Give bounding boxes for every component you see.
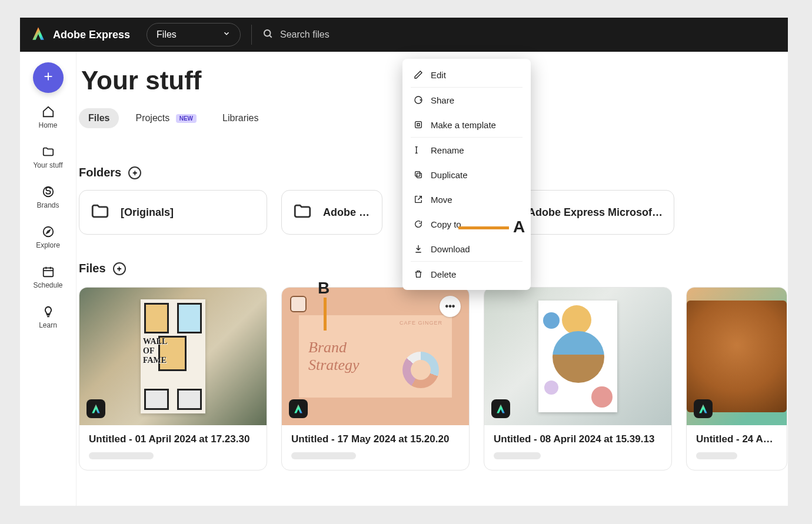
ctx-item-make-template[interactable]: Make a template <box>402 112 531 137</box>
ctx-label: Share <box>431 95 454 105</box>
folder-item[interactable]: Adobe Expre <box>281 190 382 235</box>
ctx-label: Copy to <box>431 219 461 229</box>
sidebar: Home Your stuff Brands Explore Schedule <box>20 52 76 506</box>
tab-label: Files <box>88 113 109 123</box>
adobe-express-badge-icon <box>694 399 713 418</box>
select-checkbox[interactable] <box>290 296 307 312</box>
adobe-express-badge-icon <box>289 399 308 418</box>
donut-chart-graphic <box>402 352 439 388</box>
context-menu: Edit Share Make a template Rename Duplic… <box>402 59 531 290</box>
ctx-item-delete[interactable]: Delete <box>402 262 531 286</box>
sidebar-item-brands[interactable]: Brands <box>20 181 76 213</box>
copy-to-icon <box>413 219 424 229</box>
more-options-button[interactable]: ••• <box>440 296 461 317</box>
add-folder-button[interactable]: + <box>128 166 141 179</box>
ctx-label: Duplicate <box>431 170 468 180</box>
svg-rect-14 <box>415 172 420 176</box>
ctx-item-download[interactable]: Download <box>402 236 531 261</box>
thumb-text: Strategy <box>308 356 360 373</box>
trash-icon <box>413 269 424 279</box>
tab-libraries[interactable]: Libraries <box>213 108 268 128</box>
svg-rect-7 <box>43 268 53 277</box>
metadata-placeholder <box>291 452 356 459</box>
more-icon: ••• <box>445 301 455 312</box>
ctx-item-copy-to[interactable]: Copy to <box>402 212 531 236</box>
sidebar-item-schedule[interactable]: Schedule <box>20 261 76 293</box>
sidebar-item-label: Learn <box>39 321 57 329</box>
ctx-label: Move <box>431 195 452 205</box>
app-frame: Adobe Express Files Search files H <box>20 18 788 506</box>
new-button[interactable] <box>33 62 64 93</box>
file-card[interactable]: Untitled - 24 April 2 <box>686 287 787 470</box>
ctx-item-move[interactable]: Move <box>402 187 531 212</box>
chevron-down-icon <box>222 29 231 40</box>
template-icon <box>413 119 424 130</box>
svg-point-4 <box>43 187 53 197</box>
file-thumbnail <box>687 288 787 425</box>
files-label: Files <box>79 262 106 275</box>
files-row: WALLOFFAME Untitled - 01 April 2024 at 1… <box>79 287 788 470</box>
file-title: Untitled - 17 May 2024 at 15.20.20 <box>291 433 460 445</box>
folder-icon <box>41 145 55 159</box>
plus-icon: + <box>117 264 121 273</box>
folder-icon <box>90 201 110 223</box>
card-footer: Untitled - 08 April 2024 at 15.39.13 <box>484 425 671 470</box>
thumbnail-art: BrandStrategy CAFE GINGER <box>299 315 452 398</box>
metadata-placeholder <box>89 452 154 459</box>
file-thumbnail: WALLOFFAME <box>79 288 267 425</box>
svg-marker-6 <box>46 230 50 233</box>
ctx-item-edit[interactable]: Edit <box>402 62 531 87</box>
thumbnail-art: WALLOFFAME <box>141 299 205 413</box>
file-card[interactable]: WALLOFFAME Untitled - 01 April 2024 at 1… <box>79 287 267 470</box>
scope-dropdown[interactable]: Files <box>147 23 241 46</box>
app-title: Adobe Express <box>53 29 130 41</box>
plus-icon <box>42 70 55 85</box>
file-card[interactable]: Untitled - 08 April 2024 at 15.39.13 <box>484 287 672 470</box>
sidebar-item-home[interactable]: Home <box>20 101 76 133</box>
topbar: Adobe Express Files Search files <box>20 18 788 52</box>
ctx-label: Download <box>431 244 470 254</box>
ctx-label: Delete <box>431 269 456 279</box>
file-card[interactable]: ••• BrandStrategy CAFE GINGER <box>281 287 470 470</box>
sidebar-item-explore[interactable]: Explore <box>20 221 76 253</box>
file-title: Untitled - 24 April 2 <box>696 433 777 445</box>
separator <box>251 25 252 45</box>
thumb-text: Brand <box>308 339 347 356</box>
tab-files[interactable]: Files <box>79 108 119 128</box>
download-icon <box>413 243 424 254</box>
adobe-express-badge-icon <box>86 399 105 418</box>
svg-line-1 <box>270 35 272 37</box>
thumbnail-art <box>538 301 617 412</box>
thumbnail-art <box>687 301 787 412</box>
lightbulb-icon <box>41 305 55 319</box>
annotation-a-label: A <box>513 218 525 236</box>
ctx-item-share[interactable]: Share <box>402 88 531 112</box>
file-thumbnail: ••• BrandStrategy CAFE GINGER <box>282 288 469 425</box>
rename-icon <box>413 145 424 155</box>
svg-rect-12 <box>415 122 422 128</box>
add-file-button[interactable]: + <box>113 262 126 275</box>
search-icon <box>262 28 273 41</box>
sidebar-item-label: Home <box>38 121 57 129</box>
sidebar-item-your-stuff[interactable]: Your stuff <box>20 141 76 173</box>
file-title: Untitled - 08 April 2024 at 15.39.13 <box>494 433 662 445</box>
compass-icon <box>41 225 55 239</box>
ctx-label: Rename <box>431 145 464 155</box>
home-icon <box>41 105 55 119</box>
folder-name: [Originals] <box>121 206 174 219</box>
search-input[interactable]: Search files <box>262 28 330 41</box>
pencil-icon <box>413 69 424 80</box>
svg-rect-13 <box>417 173 421 178</box>
sidebar-item-learn[interactable]: Learn <box>20 301 76 333</box>
folder-item[interactable]: [Originals] <box>79 190 267 235</box>
new-badge: NEW <box>176 114 197 123</box>
annotation-a-line <box>458 226 509 229</box>
ctx-item-duplicate[interactable]: Duplicate <box>402 162 531 187</box>
tab-projects[interactable]: Projects NEW <box>126 108 206 128</box>
adobe-express-badge-icon <box>491 399 510 418</box>
brand: Adobe Express <box>31 26 130 44</box>
file-title: Untitled - 01 April 2024 at 17.23.30 <box>89 433 257 445</box>
ctx-item-rename[interactable]: Rename <box>402 138 531 162</box>
folder-name: Adobe Expre <box>323 206 371 219</box>
thumb-subtitle: CAFE GINGER <box>400 320 442 326</box>
